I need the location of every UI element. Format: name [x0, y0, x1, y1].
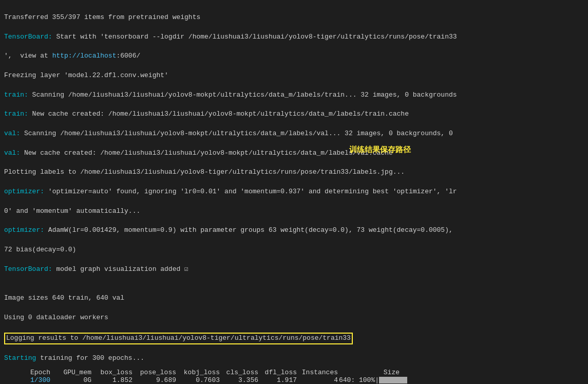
tensorboard-cont: ', view at: [4, 52, 52, 60]
epoch1-val: 1/300: [4, 376, 50, 384]
tensorboard-text: Start with 'tensorboard --logdir /home/l…: [56, 33, 457, 41]
val-label2: val:: [4, 149, 24, 157]
optimizer-text1: 'optimizer=auto' found, ignoring 'lr0=0.…: [48, 188, 457, 195]
line-transferred: Transferred 355/397 items from pretraine…: [4, 13, 200, 21]
terminal-output: Transferred 355/397 items from pretraine…: [0, 0, 588, 367]
col-dflloss: dfl_loss: [258, 369, 297, 376]
training-text: training for 300 epochs...: [40, 354, 144, 362]
epoch1-train-row: 1/300 0G 1.852 9.689 0.7603 3.356 1.917 …: [4, 376, 584, 384]
col-boxloss: box_loss: [91, 369, 132, 376]
train-label1: train:: [4, 91, 32, 99]
col-epoch: Epoch: [4, 369, 50, 376]
image-sizes-line: Image sizes 640 train, 640 val: [4, 294, 124, 302]
epoch1-dfl: 1.917: [258, 376, 297, 384]
val-cache-text: New cache created: /home/liushuai3/liush…: [24, 149, 393, 157]
optimizer-text4: 72 bias(decay=0.0): [4, 246, 76, 253]
train-label2: train:: [4, 110, 32, 118]
optimizer-text3: AdamW(lr=0.001429, momentum=0.9) with pa…: [48, 226, 453, 234]
col-poseloss: pose_loss: [132, 369, 176, 376]
annotation-label: 训练结果保存路径: [349, 144, 411, 155]
epoch1-progress-bar: [379, 377, 407, 383]
tensorboard-graph-text: model graph visualization added ☑: [56, 265, 188, 273]
port-text: :6006/: [116, 52, 140, 60]
plot-labels-line: Plotting labels to /home/liushuai3/liush…: [4, 168, 405, 176]
localhost-link[interactable]: http://localhost: [52, 52, 117, 60]
epoch1-size-txt: 640: 100%|: [338, 376, 379, 384]
logging-results-line: Logging results to /home/liushuai3/liush…: [4, 333, 353, 344]
epoch1-header-row: Epoch GPU_mem box_loss pose_loss kobj_lo…: [4, 369, 584, 376]
epoch1-box: 1.852: [91, 376, 132, 384]
dataloader-line: Using 0 dataloader workers: [4, 314, 108, 321]
col-size: Size: [338, 369, 400, 376]
train-scan-text: Scanning /home/liushuai3/liushuai/yolov8…: [32, 91, 457, 99]
epoch1-cls: 3.356: [220, 376, 258, 384]
optimizer-text2: 0' and 'momentum' automatically...: [4, 207, 140, 215]
val-label1: val:: [4, 130, 24, 137]
tensorboard-label2: TensorBoard:: [4, 265, 56, 273]
epoch1-block: Epoch GPU_mem box_loss pose_loss kobj_lo…: [0, 369, 588, 384]
col-kobjeloss: kobj_loss: [176, 369, 220, 376]
epoch1-pose: 9.689: [132, 376, 176, 384]
col-gpumem: GPU_mem: [50, 369, 91, 376]
epoch1-inst: 4: [297, 376, 338, 384]
val-scan-text: Scanning /home/liushuai3/liushuai/yolov8…: [24, 130, 453, 137]
freeze-line: Freezing layer 'model.22.dfl.conv.weight…: [4, 71, 168, 79]
train-cache-text: New cache created: /home/liushuai3/liush…: [32, 110, 409, 118]
tensorboard-label: TensorBoard:: [4, 33, 56, 41]
optimizer-label1: optimizer:: [4, 188, 48, 195]
col-clsloss: cls_loss: [220, 369, 258, 376]
epoch1-gpu: 0G: [50, 376, 91, 384]
starting-label: Starting: [4, 354, 40, 362]
optimizer-label2: optimizer:: [4, 226, 48, 234]
col-instances: Instances: [297, 369, 338, 376]
epoch1-kobj: 0.7603: [176, 376, 220, 384]
